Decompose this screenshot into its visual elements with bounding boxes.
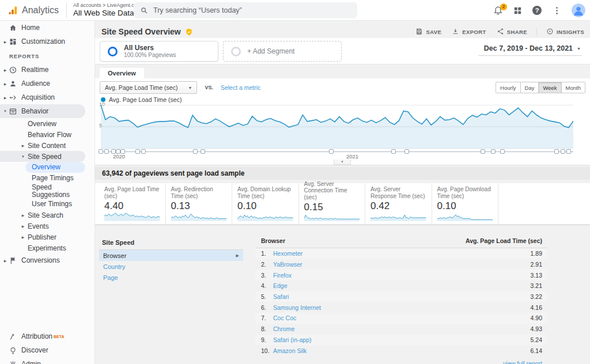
browser-table: Browser Avg. Page Load Time (sec) 1.Hexo… bbox=[255, 235, 547, 364]
sidebar-item-behavior-flow[interactable]: Behavior Flow bbox=[0, 129, 94, 140]
browser-link-safari-in-app[interactable]: Safari (in-app) bbox=[273, 336, 312, 343]
sidebar-item-admin[interactable]: Admin bbox=[0, 357, 94, 364]
browser-link-amazon-silk[interactable]: Amazon Silk bbox=[273, 347, 307, 354]
dimension-page[interactable]: Page bbox=[99, 272, 243, 283]
tab-overview[interactable]: Overview bbox=[100, 68, 144, 78]
annotation-marker[interactable] bbox=[561, 149, 565, 154]
segment-name: All Users bbox=[124, 44, 176, 52]
browser-link-yabrowser[interactable]: YaBrowser bbox=[273, 261, 302, 268]
browser-link-firefox[interactable]: Firefox bbox=[273, 272, 292, 279]
annotation-marker[interactable] bbox=[201, 149, 205, 154]
granularity-hourly[interactable]: Hourly bbox=[496, 82, 520, 93]
view-full-report-link[interactable]: view full report bbox=[503, 360, 542, 364]
help-button[interactable]: ? bbox=[532, 6, 542, 16]
annotations-expander-button[interactable]: ▼ bbox=[334, 160, 351, 165]
dimension-country[interactable]: Country bbox=[99, 261, 243, 272]
annotation-marker[interactable] bbox=[491, 149, 496, 154]
sidebar-item-customization[interactable]: ▶Customization bbox=[0, 35, 94, 48]
sidebar-item-discover[interactable]: Discover bbox=[0, 343, 94, 357]
dimension-browser[interactable]: Browser▶ bbox=[99, 250, 243, 261]
table-row[interactable]: 2.YaBrowser2.91 bbox=[255, 259, 547, 270]
browser-link-hexometer[interactable]: Hexometer bbox=[273, 250, 302, 257]
annotation-marker[interactable] bbox=[193, 149, 198, 154]
date-range-picker[interactable]: Dec 7, 2019 - Dec 13, 2021 ▼ bbox=[478, 44, 582, 56]
browser-link-samsung-internet[interactable]: Samsung Internet bbox=[273, 304, 321, 311]
table-row[interactable]: 3.Firefox3.13 bbox=[255, 270, 547, 280]
browser-link-edge[interactable]: Edge bbox=[273, 282, 288, 289]
annotation-marker[interactable] bbox=[104, 149, 109, 154]
annotation-marker[interactable] bbox=[554, 149, 559, 154]
sidebar-section-reports: REPORTS bbox=[0, 48, 94, 63]
table-row[interactable]: 1.Hexometer1.89 bbox=[255, 248, 547, 259]
sidebar-item-site-content[interactable]: ▶Site Content bbox=[0, 140, 94, 151]
sidebar-item-overview[interactable]: Overview bbox=[0, 118, 94, 129]
scorecard-avg-redirection-time-sec[interactable]: Avg. Redirection Time (sec)0.13 bbox=[166, 183, 233, 224]
sidebar-item-overview[interactable]: Overview bbox=[25, 162, 85, 173]
sidebar-item-attribution[interactable]: AttributionBETA bbox=[0, 329, 94, 343]
sidebar-item-realtime[interactable]: ▶Realtime bbox=[0, 63, 94, 77]
annotation-marker[interactable] bbox=[135, 149, 140, 154]
sidebar-item-site-search[interactable]: ▶Site Search bbox=[0, 210, 94, 221]
sidebar-item-experiments[interactable]: Experiments bbox=[0, 242, 94, 253]
sidebar-item-page-timings[interactable]: Page Timings bbox=[0, 173, 94, 184]
annotation-marker[interactable] bbox=[391, 149, 396, 154]
scorecard-avg-server-response-time-sec[interactable]: Avg. Server Response Time (sec)0.42 bbox=[365, 183, 432, 224]
metric-selector-dropdown[interactable]: Avg. Page Load Time (sec) ▼ bbox=[100, 81, 197, 94]
sidebar-item-acquisition[interactable]: ▶Acquisition bbox=[0, 90, 94, 104]
sidebar-item-user-timings[interactable]: User Timings bbox=[0, 199, 94, 210]
select-a-metric-link[interactable]: Select a metric bbox=[221, 84, 260, 91]
sidebar-item-site-speed[interactable]: ▼Site Speed bbox=[0, 151, 85, 162]
scorecard-avg-page-download-time-sec[interactable]: Avg. Page Download Time (sec)0.10 bbox=[432, 183, 499, 224]
notification-badge: 2 bbox=[500, 3, 507, 10]
sidebar-item-home[interactable]: Home bbox=[0, 21, 94, 35]
table-row[interactable]: 8.Chrome4.93 bbox=[255, 324, 547, 335]
sidebar-item-conversions[interactable]: ▶Conversions bbox=[0, 253, 94, 267]
scorecard-avg-page-load-time-sec[interactable]: Avg. Page Load Time (sec)4.40 bbox=[99, 183, 166, 224]
annotation-marker[interactable] bbox=[329, 149, 334, 154]
analytics-logo[interactable]: Analytics bbox=[0, 5, 59, 16]
avatar[interactable] bbox=[572, 3, 585, 17]
scorecard-avg-server-connection-time-sec[interactable]: Avg. Server Connection Time (sec)0.15 bbox=[299, 183, 366, 224]
notifications-button[interactable]: 2 bbox=[493, 6, 503, 16]
browser-link-coc-coc[interactable]: Coc Coc bbox=[273, 314, 296, 321]
table-row[interactable]: 4.Edge3.21 bbox=[255, 280, 547, 291]
sidebar-item-audience[interactable]: ▶Audience bbox=[0, 77, 94, 90]
sidebar-item-events[interactable]: ▶Events bbox=[0, 221, 94, 232]
sparkline-chart bbox=[104, 212, 160, 221]
table-row[interactable]: 9.Safari (in-app)5.24 bbox=[255, 335, 547, 346]
annotation-marker[interactable] bbox=[481, 149, 485, 154]
table-row[interactable]: 5.Safari3.22 bbox=[255, 291, 547, 302]
export-button[interactable]: EXPORT bbox=[452, 28, 486, 36]
insights-button[interactable]: INSIGHTS bbox=[546, 28, 584, 36]
scorecard-avg-domain-lookup-time-sec[interactable]: Avg. Domain Lookup Time (sec)0.10 bbox=[232, 183, 299, 224]
more-options-button[interactable] bbox=[552, 6, 562, 16]
annotation-marker[interactable] bbox=[500, 149, 505, 154]
date-range-value: Dec 7, 2019 - Dec 13, 2021 bbox=[484, 44, 573, 52]
sidebar-item-publisher[interactable]: ▶Publisher bbox=[0, 232, 94, 242]
annotation-marker[interactable] bbox=[141, 149, 146, 154]
property-selector[interactable]: All accounts > LiveAgent.com All Web Sit… bbox=[73, 3, 141, 17]
browser-link-safari[interactable]: Safari bbox=[273, 293, 289, 300]
annotation-marker[interactable] bbox=[566, 149, 571, 154]
granularity-day[interactable]: Day bbox=[520, 82, 539, 93]
sidebar-item-speed-suggestions[interactable]: Speed Suggestions bbox=[0, 184, 94, 199]
table-row[interactable]: 6.Samsung Internet4.16 bbox=[255, 302, 547, 313]
segment-all-users[interactable]: All Users 100.00% Pageviews bbox=[100, 41, 218, 62]
annotation-marker[interactable] bbox=[99, 149, 103, 154]
granularity-week[interactable]: Week bbox=[538, 82, 561, 93]
save-button[interactable]: SAVE bbox=[415, 28, 441, 36]
global-search[interactable] bbox=[134, 2, 357, 18]
add-segment-button[interactable]: + Add Segment bbox=[223, 41, 342, 62]
apps-grid-button[interactable] bbox=[513, 6, 523, 16]
search-input[interactable] bbox=[153, 6, 351, 14]
timeseries-chart[interactable] bbox=[101, 105, 573, 149]
share-button[interactable]: SHARE bbox=[497, 28, 527, 36]
table-row[interactable]: 7.Coc Coc4.90 bbox=[255, 313, 547, 324]
table-row[interactable]: 10.Amazon Silk6.14 bbox=[255, 345, 547, 356]
browser-link-chrome[interactable]: Chrome bbox=[273, 325, 294, 332]
sidebar-item-behavior[interactable]: ▼Behavior bbox=[0, 104, 85, 118]
granularity-month[interactable]: Month bbox=[561, 82, 585, 93]
export-icon bbox=[452, 28, 459, 36]
annotation-marker[interactable] bbox=[404, 149, 409, 154]
chevron-right-icon: ▶ bbox=[3, 68, 7, 72]
